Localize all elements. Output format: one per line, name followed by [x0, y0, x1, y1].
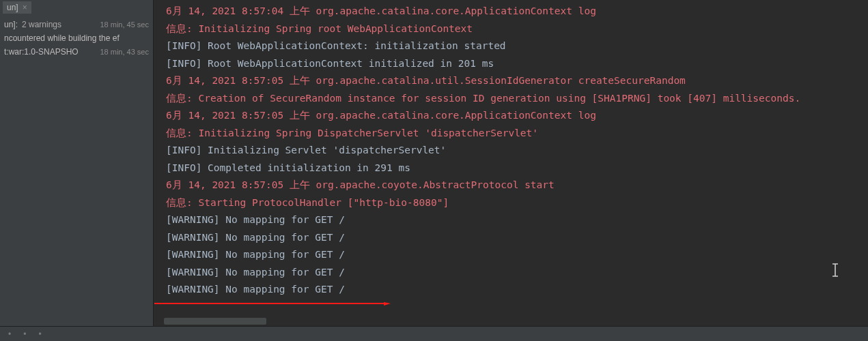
console-line: [INFO] Completed initialization in 291 m… [166, 160, 863, 177]
run-item-name: t:war:1.0-SNAPSHO [4, 47, 79, 57]
console-line: [INFO] Root WebApplicationContext initia… [166, 55, 863, 73]
console-line: 信息: Initializing Spring DispatcherServle… [166, 125, 863, 143]
console-line: 信息: Creation of SecureRandom instance fo… [166, 90, 863, 108]
run-tab-label: un] [7, 3, 18, 12]
close-icon[interactable]: × [23, 3, 27, 12]
console-line: [WARNING] No mapping for GET / [166, 281, 863, 299]
console-line: [WARNING] No mapping for GET / [166, 211, 863, 229]
run-sidebar: un] × un]:2 warnings18 min, 45 secncount… [0, 0, 154, 341]
console-output[interactable]: 6月 14, 2021 8:57:04 上午 org.apache.catali… [154, 0, 868, 341]
console-line: 信息: Initializing Spring root WebApplicat… [166, 20, 863, 38]
console-line: 6月 14, 2021 8:57:05 上午 org.apache.catali… [166, 107, 863, 125]
run-item-time: 18 min, 43 sec [96, 48, 149, 56]
horizontal-scrollbar[interactable] [164, 318, 266, 325]
console-line: [INFO] Root WebApplicationContext: initi… [166, 38, 863, 55]
run-item[interactable]: ncountered while building the ef [0, 31, 153, 45]
run-item-time: 18 min, 45 sec [96, 20, 149, 29]
console-line: [WARNING] No mapping for GET / [166, 264, 863, 282]
run-list: un]:2 warnings18 min, 45 secncountered w… [0, 15, 153, 341]
status-item: • [23, 329, 26, 339]
run-item-warnings: 2 warnings [22, 20, 61, 29]
run-item[interactable]: un]:2 warnings18 min, 45 sec [0, 18, 153, 31]
console-line: 6月 14, 2021 8:57:04 上午 org.apache.catali… [166, 3, 863, 20]
run-tab[interactable]: un] × [3, 1, 31, 14]
console-line: 6月 14, 2021 8:57:05 上午 org.apache.coyote… [166, 177, 863, 194]
console-panel: 6月 14, 2021 8:57:04 上午 org.apache.catali… [154, 0, 868, 341]
status-item: • [8, 329, 11, 339]
console-line: [INFO] Initializing Servlet 'dispatcherS… [166, 142, 863, 160]
run-item-name: un]: [4, 20, 18, 29]
run-tab-bar: un] × [0, 0, 153, 15]
status-bar: • • • [0, 326, 868, 341]
console-line: [WARNING] No mapping for GET / [166, 246, 863, 264]
run-item[interactable]: t:war:1.0-SNAPSHO18 min, 43 sec [0, 45, 153, 59]
console-line: 6月 14, 2021 8:57:05 上午 org.apache.catali… [166, 72, 863, 90]
console-line: 信息: Starting ProtocolHandler ["http-bio-… [166, 194, 863, 212]
console-line: [WARNING] No mapping for GET / [166, 229, 863, 247]
run-item-name: ncountered while building the ef [4, 33, 120, 43]
status-item: • [38, 329, 41, 339]
